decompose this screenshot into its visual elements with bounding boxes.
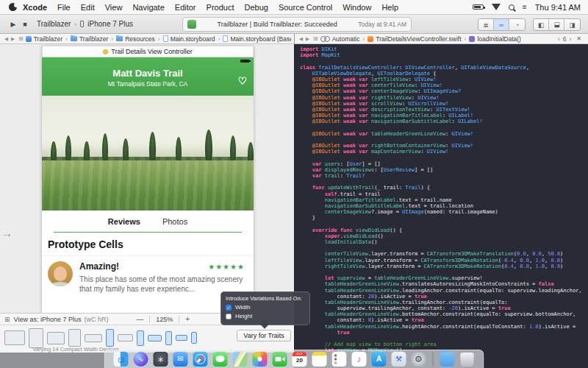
code-line[interactable]	[300, 269, 588, 275]
menu-item-navigate[interactable]: Navigate	[132, 3, 164, 12]
code-line[interactable]	[300, 245, 588, 251]
dock-photos-icon[interactable]	[253, 352, 268, 367]
code-line[interactable]: @IBOutlet weak var descriptionTextView: …	[300, 107, 588, 113]
dock-itunes-icon[interactable]: ♪	[352, 352, 367, 367]
code-line[interactable]: var displayedReviews: [UserReview] = []	[300, 167, 588, 173]
variation-option-width[interactable]: ✓Width	[226, 304, 305, 311]
wifi-icon[interactable]	[492, 4, 501, 10]
menu-item-editor[interactable]: Editor	[175, 3, 196, 12]
code-line[interactable]: constant: 20).isActive = true	[300, 294, 588, 300]
checkbox-height[interactable]	[226, 314, 232, 319]
code-line[interactable]: @IBOutlet weak var leftTileView: UIView!	[300, 77, 588, 82]
breadcrumb-item-trailblazer[interactable]: Trailblazer	[71, 35, 108, 43]
menu-item-source-control[interactable]: Source Control	[279, 3, 332, 12]
device-phone-p-lg[interactable]	[137, 330, 144, 346]
debug-panel-button[interactable]: ◧	[549, 19, 564, 30]
trail-nav-bar[interactable]: Matt Davis Trail Mt Tamalpais State Park…	[42, 57, 254, 96]
breadcrumb-item-traildetailsviewcontroller-swift[interactable]: TrailDetailsViewController.swift	[368, 35, 461, 43]
forward-icon[interactable]: ▶	[306, 36, 309, 42]
code-line[interactable]: @IBOutlet weak var navigationBarTitleLab…	[300, 113, 588, 118]
code-line[interactable]: superview.trailingAnchor, constant: -20)…	[300, 305, 588, 311]
back-icon[interactable]: ◀	[299, 36, 303, 42]
code-line[interactable]: rightTileView.layer.transform = CATransf…	[300, 263, 588, 269]
navigator-panel-button[interactable]: ◧	[534, 19, 549, 30]
code-line[interactable]	[300, 336, 588, 342]
menu-item-file[interactable]: File	[57, 3, 71, 12]
favorite-heart-icon[interactable]: ♡	[237, 75, 247, 87]
dock-downloads-icon[interactable]	[440, 352, 455, 367]
inspector-panel-button[interactable]: ◨	[564, 19, 580, 30]
code-line[interactable]: override func viewDidLoad() {	[300, 227, 588, 233]
standard-editor-button[interactable]: ≣	[478, 19, 494, 30]
run-button[interactable]: ▶	[7, 21, 19, 28]
battery-icon[interactable]	[473, 4, 484, 10]
menu-item-product[interactable]: Product	[207, 3, 234, 12]
close-assistant-icon[interactable]: ✕	[576, 35, 581, 42]
code-line[interactable]: tableHeaderGreenLineView.translatesAutor…	[300, 281, 588, 287]
device-phone-p-sm[interactable]	[191, 332, 197, 344]
menu-item-debug[interactable]: Debug	[244, 3, 268, 12]
breadcrumb-item-loadinitialdata-[interactable]: loadInitialData()	[469, 35, 521, 43]
code-line[interactable]: let superview = tableHeaderGreenLineView…	[300, 275, 588, 281]
assistant-editor-button[interactable]: ∞	[494, 19, 509, 30]
code-line[interactable]: tableHeaderGreenLineView.bottomAnchor.co…	[300, 311, 588, 317]
device-ipad-l[interactable]	[4, 330, 25, 345]
code-line[interactable]: @IBOutlet weak var scrollView: UIScrollV…	[300, 101, 588, 107]
code-line[interactable]: @IBOutlet weak var centerImageView: UIIm…	[300, 88, 588, 94]
device-phone-p-xl[interactable]	[106, 329, 114, 347]
dock-calendar-icon[interactable]: OCT20	[293, 352, 307, 367]
tab-reviews[interactable]: Reviews	[108, 217, 140, 226]
code-line[interactable]: // Add map view to bottom right area	[300, 342, 588, 347]
zoom-out-button[interactable]: —	[136, 315, 143, 323]
menu-item-xcode[interactable]: Xcode	[23, 3, 47, 12]
code-line[interactable]: self.trail = trail	[300, 191, 588, 197]
view-as-label[interactable]: View as: iPhone 7 Plus	[14, 316, 82, 323]
dock-maps-icon[interactable]	[233, 352, 248, 367]
zoom-level[interactable]: 125%	[156, 316, 173, 323]
device-phone-p-md[interactable]	[165, 331, 172, 345]
vary-for-traits-button[interactable]: Vary for Traits	[237, 330, 291, 342]
version-editor-button[interactable]: ◔	[509, 19, 525, 30]
code-line[interactable]	[300, 137, 588, 143]
code-line[interactable]: navigationBarTitleLabel.text = trail.nam…	[300, 197, 588, 203]
apple-menu-icon[interactable]	[9, 3, 17, 11]
spotlight-icon[interactable]	[509, 4, 514, 10]
menu-item-help[interactable]: Help	[381, 3, 398, 12]
code-line[interactable]: @IBOutlet weak var navigationBarSubtitle…	[300, 118, 588, 124]
storyboard-entry-arrow[interactable]: →	[1, 227, 12, 239]
device-ipad-p-sm[interactable]	[68, 329, 81, 347]
counterpart-next-icon[interactable]: ›	[569, 35, 571, 43]
menu-item-window[interactable]: Window	[343, 3, 371, 12]
tab-photos[interactable]: Photos	[162, 217, 187, 226]
code-line[interactable]	[300, 155, 588, 160]
code-line[interactable]: navigationBarSubtitleLabel.text = trail.…	[300, 203, 588, 209]
code-line[interactable]: @IBOutlet weak var mapContainerView: UIV…	[300, 149, 588, 155]
code-line[interactable]: }	[300, 215, 588, 221]
code-line[interactable]: loadInitialData()	[300, 239, 588, 245]
breadcrumb-item-resources[interactable]: Resources	[116, 35, 155, 43]
code-line[interactable]: var trail: Trail?	[300, 173, 588, 179]
code-line[interactable]: func updateWithTrail(_ trail: Trail) {	[300, 185, 588, 191]
dock-siri-icon[interactable]: ∿	[134, 352, 148, 367]
code-line[interactable]: tableHeaderGreenLineView.leadingAnchor.c…	[300, 288, 588, 294]
menu-bar-clock[interactable]: Thu 9:41 AM	[535, 3, 581, 12]
dock-finder-icon[interactable]: ☺	[114, 352, 129, 367]
code-line[interactable]: import MapKit	[300, 52, 588, 58]
breadcrumb-item-main-storyboard[interactable]: Main.storyboard	[163, 35, 215, 43]
device-phone-l-sm[interactable]	[176, 335, 187, 341]
dock-system-preferences-icon[interactable]: ⚙	[412, 352, 426, 367]
source-editor[interactable]: import UIKitimport MapKitclass TrailDeta…	[294, 44, 588, 368]
dock-facetime-icon[interactable]	[273, 352, 287, 367]
related-items-icon[interactable]: ⊞	[18, 35, 24, 42]
checkbox-width[interactable]: ✓	[226, 305, 232, 311]
variation-option-height[interactable]: Height	[226, 313, 305, 319]
scene-trail-details[interactable]: Trail Details View Controller Matt Davis…	[42, 46, 254, 313]
code-line[interactable]: var users: [User] = []	[300, 161, 588, 167]
code-line[interactable]	[300, 179, 588, 185]
menu-item-edit[interactable]: Edit	[81, 3, 95, 12]
dock-reminders-icon[interactable]	[332, 352, 347, 367]
zoom-in-button[interactable]: +	[185, 315, 190, 323]
code-line[interactable]: @IBOutlet weak var rightTileView: UIView…	[300, 95, 588, 101]
code-line[interactable]	[300, 124, 588, 130]
back-icon[interactable]: ◀	[4, 36, 8, 42]
